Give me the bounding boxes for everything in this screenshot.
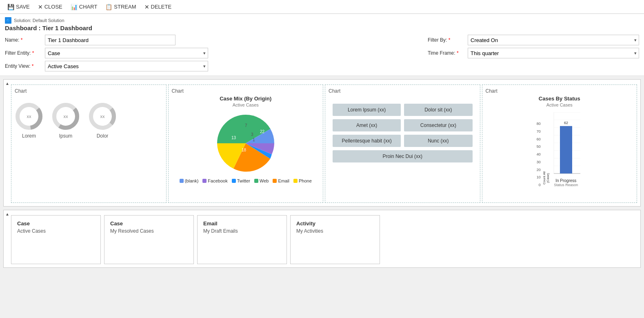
legend-dot-facebook	[202, 179, 207, 183]
legend-email: Email	[273, 178, 289, 183]
chart2-title: Chart	[172, 88, 320, 94]
tag-nunc[interactable]: Nunc (xx)	[404, 135, 472, 147]
bar-x-label: In Progress	[555, 178, 576, 183]
list-section-container: ▲ Case Active Cases Case My Resolved Cas…	[3, 210, 641, 268]
donut-3: xx Dolor	[88, 102, 117, 139]
entity-view-label: Entity View: *	[5, 63, 42, 69]
donut-2-label: Ipsum	[59, 133, 73, 139]
legend-phone: Phone	[293, 178, 312, 183]
list-card-3[interactable]: Email My Draft Emails	[197, 215, 287, 264]
tag-amet[interactable]: Amet (xx)	[333, 119, 401, 131]
bar-column: Count All (Case)	[542, 170, 550, 187]
legend-dot-web	[254, 179, 258, 183]
pie-subtitle: Active Cases	[233, 102, 259, 107]
bar-x-sublabel: Status Reason	[554, 183, 578, 187]
legend-facebook: Facebook	[202, 178, 227, 183]
svg-text:xx: xx	[100, 114, 105, 119]
list-card-3-title: Email	[203, 220, 281, 227]
bar-chart-subtitle: Active Cases	[546, 102, 573, 107]
list-card-1[interactable]: Case Active Cases	[11, 215, 101, 264]
list-card-4[interactable]: Activity My Activities	[290, 215, 380, 264]
save-button[interactable]: 💾 SAVE	[3, 2, 34, 12]
section-arrow-2: ▲	[5, 212, 9, 216]
name-label: Name: *	[5, 37, 42, 43]
chart-panel-2: Chart Case Mix (By Origin) Active Cases	[168, 85, 324, 203]
solution-line: 🔷 Solution: Default Solution	[5, 17, 639, 24]
legend-dot-phone	[293, 179, 298, 183]
time-frame-label: Time Frame: *	[428, 50, 464, 56]
solution-icon: 🔷	[5, 17, 11, 24]
filter-by-row: Filter By: * Created On	[428, 35, 639, 45]
filter-entity-select-wrap: Case	[45, 48, 208, 58]
list-card-2[interactable]: Case My Resolved Cases	[104, 215, 194, 264]
chart-icon: 📊	[71, 4, 78, 10]
filter-by-select[interactable]: Created On	[468, 35, 639, 45]
bar-svg: 62	[550, 112, 582, 178]
chart-button[interactable]: 📊 CHART	[67, 2, 102, 12]
tag-proin[interactable]: Proin Nec Dui (xx)	[333, 150, 473, 162]
svg-text:xx: xx	[64, 114, 69, 119]
delete-icon: ✕	[144, 4, 149, 10]
entity-view-row: Entity View: * Active Cases	[5, 61, 208, 71]
list-card-2-sub: My Resolved Cases	[110, 228, 188, 234]
legend-web: Web	[254, 178, 269, 183]
y-axis-label: Count All (Case)	[542, 170, 550, 186]
donut-svg-1: xx	[15, 102, 43, 131]
tag-lorem-ipsum[interactable]: Lorem Ipsum (xx)	[333, 104, 401, 116]
stream-button[interactable]: 📋 STREAM	[101, 2, 140, 12]
legend-dot-twitter	[232, 179, 236, 183]
list-card-1-title: Case	[17, 220, 95, 227]
pie-legend: (blank) Facebook Twitter Web	[180, 178, 312, 183]
donut-1-label: Lorem	[22, 133, 36, 139]
filter-entity-row: Filter Entity: * Case	[5, 48, 208, 58]
form-fields-left: Name: * Filter Entity: * Case Ent	[5, 35, 208, 74]
list-card-2-title: Case	[110, 220, 188, 227]
entity-view-select[interactable]: Active Cases	[45, 61, 208, 71]
dashboard-title: Dashboard : Tier 1 Dashboard	[5, 24, 639, 31]
time-frame-row: Time Frame: * This quarter	[428, 48, 639, 58]
charts-row: Chart xx Lorem	[5, 81, 639, 205]
charts-section: ▲ Chart xx Lorem	[3, 79, 641, 207]
list-card-1-sub: Active Cases	[17, 228, 95, 234]
time-frame-select[interactable]: This quarter	[468, 48, 639, 58]
chart-panel-3: Chart Lorem Ipsum (xx) Dolor sit (xx) Am…	[325, 85, 480, 203]
donut-row: xx Lorem xx Ipsum	[15, 102, 163, 139]
chart-panel-1: Chart xx Lorem	[11, 85, 167, 203]
tag-dolor-sit[interactable]: Dolor sit (xx)	[404, 104, 472, 116]
section-arrow-1: ▲	[5, 81, 9, 86]
filter-entity-label: Filter Entity: *	[5, 50, 42, 56]
bar-chart-title: Cases By Status	[539, 96, 580, 102]
form-fields-right: Filter By: * Created On Time Frame: * Th…	[428, 35, 639, 74]
list-card-3-sub: My Draft Emails	[203, 228, 281, 234]
chart3-title: Chart	[329, 88, 477, 94]
y-axis: 80 70 60 50 40 30 20 10 0	[537, 122, 541, 187]
svg-text:1: 1	[253, 138, 255, 142]
chart-panel-4: Chart Cases By Status Active Cases 80 70…	[482, 85, 637, 203]
chart2-content: Case Mix (By Origin) Active Cases	[172, 96, 320, 183]
list-section: Case Active Cases Case My Resolved Cases…	[5, 212, 639, 266]
pie-title: Case Mix (By Origin)	[220, 96, 271, 102]
delete-button[interactable]: ✕ DELETE	[140, 2, 176, 12]
bar-chart-area: 80 70 60 50 40 30 20 10 0 Count A	[537, 112, 582, 187]
svg-text:18: 18	[242, 148, 246, 152]
list-card-4-title: Activity	[296, 220, 374, 227]
tag-pellentesque[interactable]: Pellentesque habit (xx)	[333, 135, 401, 147]
svg-text:13: 13	[231, 136, 236, 140]
main-content: ▲ Chart xx Lorem	[0, 76, 644, 274]
legend-dot-email	[273, 179, 277, 183]
close-button[interactable]: ✕ CLOSE	[34, 2, 67, 12]
toolbar: 💾 SAVE ✕ CLOSE 📊 CHART 📋 STREAM ✕ DELETE	[0, 0, 644, 14]
tag-consectetur[interactable]: Consectetur (xx)	[404, 119, 472, 131]
header-form: Name: * Filter Entity: * Case Ent	[5, 35, 639, 74]
chart4-title: Chart	[486, 88, 634, 94]
stream-icon: 📋	[105, 4, 112, 10]
time-frame-select-wrap: This quarter	[468, 48, 639, 58]
svg-text:xx: xx	[27, 114, 32, 119]
donut-1: xx Lorem	[15, 102, 43, 139]
header-area: 🔷 Solution: Default Solution Dashboard :…	[0, 14, 644, 76]
pie-chart-svg: 22 18 13 7 3 1	[213, 111, 278, 176]
filter-by-select-wrap: Created On	[468, 35, 639, 45]
filter-entity-select[interactable]: Case	[45, 48, 208, 58]
name-input[interactable]	[45, 35, 175, 45]
filter-by-label: Filter By: *	[428, 37, 464, 43]
